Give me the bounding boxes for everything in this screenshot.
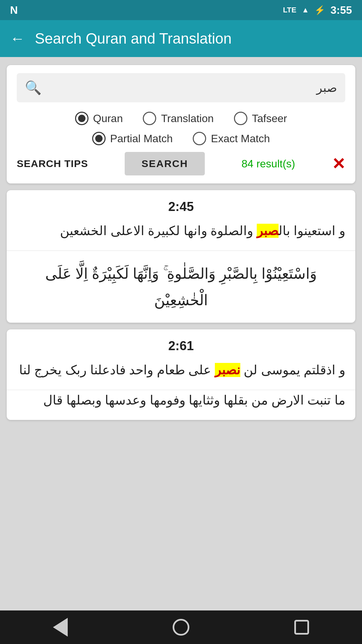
verse-arabic-pre-2: و اذقلتم یموسی لن <box>240 363 345 377</box>
radio-partial-circle[interactable] <box>92 132 106 145</box>
main-content: 🔍 صبر Quran Translation Tafseer <box>0 57 362 610</box>
search-tips-button[interactable]: SEARCH TIPS <box>17 158 88 169</box>
search-input-container[interactable]: 🔍 صبر <box>17 73 345 102</box>
signal-icon: ▲ <box>302 6 309 14</box>
radio-quran-label: Quran <box>93 112 123 125</box>
lte-icon: LTE <box>283 6 296 14</box>
verse-arabic-simple-2: و اذقلتم یموسی لن نصبر علی طعام واحد فاد… <box>7 360 355 390</box>
result-count: 84 result(s) <box>241 158 295 170</box>
nav-back-button[interactable] <box>47 614 74 641</box>
radio-quran-inner <box>78 115 85 122</box>
radio-exact[interactable]: Exact Match <box>193 132 270 145</box>
clear-button[interactable]: ✕ <box>332 154 345 173</box>
verse-arabic-simple-1: و استعینوا بالصبر والصلوة وانها لکبیرة ا… <box>7 221 355 251</box>
radio-partial-label: Partial Match <box>110 132 173 145</box>
verse-arabic-post-1: والصلوة وانها لکبیرة الاعلی الخشعین <box>60 224 257 238</box>
status-bar: N LTE ▲ ⚡ 3:55 <box>0 0 362 20</box>
search-type-radio-group: Quran Translation Tafseer <box>17 112 345 125</box>
radio-partial[interactable]: Partial Match <box>92 132 173 145</box>
verse-arabic-post-2: علی طعام واحد فادعلنا ربک یخرج لنا <box>19 363 215 377</box>
bottom-nav <box>0 610 362 644</box>
radio-translation[interactable]: Translation <box>143 112 214 125</box>
radio-tafseer-label: Tafseer <box>252 112 287 125</box>
match-type-radio-group: Partial Match Exact Match <box>17 132 345 145</box>
verse-arabic-line2-2: ما تنبت الارض من بقلها وثثایها وفومها وع… <box>7 390 355 420</box>
verse-ref-2: 2:61 <box>7 329 355 360</box>
radio-partial-inner <box>95 135 103 142</box>
verse-arabic-calligraphy-1: وَاسْتَعِيْنُوْا بِالصَّبْرِ وَالصَّلٰوة… <box>7 251 355 323</box>
radio-tafseer[interactable]: Tafseer <box>234 112 287 125</box>
search-button[interactable]: SEARCH <box>125 152 205 175</box>
back-button[interactable]: ← <box>10 30 25 47</box>
radio-exact-circle[interactable] <box>193 132 206 145</box>
status-bar-left: N <box>10 4 18 16</box>
battery-icon: ⚡ <box>314 5 325 15</box>
nav-home-button[interactable] <box>168 614 194 641</box>
radio-exact-label: Exact Match <box>211 132 270 145</box>
verse-arabic-pre-1: و استعینوا بال <box>279 224 345 238</box>
status-bar-right: LTE ▲ ⚡ 3:55 <box>283 4 352 16</box>
radio-tafseer-circle[interactable] <box>234 112 247 125</box>
search-input[interactable]: صبر <box>316 81 337 95</box>
search-card: 🔍 صبر Quran Translation Tafseer <box>7 65 355 183</box>
nav-home-icon <box>173 619 189 636</box>
radio-quran[interactable]: Quran <box>75 112 123 125</box>
nav-back-icon <box>53 618 68 637</box>
radio-translation-circle[interactable] <box>143 112 156 125</box>
toolbar: ← Search Quran and Translation <box>0 20 362 57</box>
verse-card-2: 2:61 و اذقلتم یموسی لن نصبر علی طعام واح… <box>7 329 355 420</box>
radio-translation-label: Translation <box>161 112 214 125</box>
time-display: 3:55 <box>330 4 352 16</box>
page-title: Search Quran and Translation <box>35 30 232 47</box>
nav-recents-button[interactable] <box>288 614 315 641</box>
verse-card-1: 2:45 و استعینوا بالصبر والصلوة وانها لکب… <box>7 190 355 323</box>
action-row: SEARCH TIPS SEARCH 84 result(s) ✕ <box>17 152 345 175</box>
verse-arabic-highlight-1: صبر <box>257 224 279 238</box>
verse-arabic-highlight-2: نصبر <box>215 363 240 377</box>
app-logo-icon: N <box>10 4 18 16</box>
nav-recents-icon <box>294 620 309 635</box>
radio-quran-circle[interactable] <box>75 112 88 125</box>
search-icon[interactable]: 🔍 <box>25 80 42 96</box>
verse-ref-1: 2:45 <box>7 190 355 221</box>
